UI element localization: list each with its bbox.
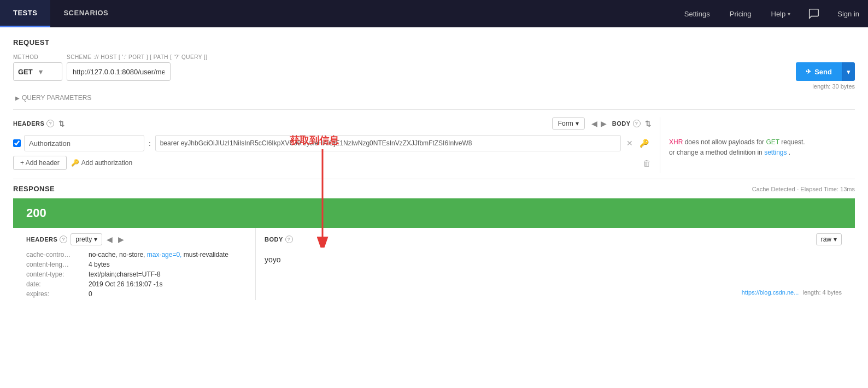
body-info-icon[interactable]: ? (633, 120, 641, 127)
resp-body-label: BODY ? (265, 236, 293, 243)
nav-help[interactable]: Help ▾ (763, 0, 800, 27)
query-params-toggle[interactable]: ▶ QUERY PARAMETERS (13, 94, 855, 102)
nav-pricing[interactable]: Pricing (721, 0, 760, 27)
main-content: REQUEST METHOD GET ▾ SCHEME :// HOST [ '… (0, 27, 868, 388)
resp-header-content-type: content-type: text/plain;charset=UTF-8 (26, 271, 247, 278)
nav-signin[interactable]: Sign in (829, 0, 868, 27)
query-params-arrow-icon: ▶ (15, 95, 20, 101)
raw-select[interactable]: raw ▾ (816, 233, 842, 245)
headers-info-icon[interactable]: ? (46, 120, 54, 127)
pretty-select[interactable]: pretty ▾ (71, 233, 102, 245)
body-sort-icon[interactable]: ⇅ (645, 120, 652, 128)
add-header-button[interactable]: + Add header (13, 156, 67, 170)
lock-icon: 🔑 (71, 159, 79, 167)
response-section: RESPONSE Cache Detected - Elapsed Time: … (13, 179, 855, 300)
resp-headers-info-icon[interactable]: ? (60, 236, 67, 243)
xhr-note: XHR does not allow payloads for GET requ… (669, 137, 855, 158)
resp-body-length: https://blog.csdn.ne... length: 4 bytes (742, 289, 842, 296)
xhr-link: XHR (669, 138, 683, 146)
url-input[interactable] (67, 62, 171, 81)
header-lock-icon[interactable]: 🔑 (637, 138, 651, 149)
chat-icon[interactable] (801, 0, 826, 27)
resp-body-info-icon[interactable]: ? (285, 236, 293, 243)
resp-nav-left-icon[interactable]: ◀ (105, 235, 114, 244)
header-value-input[interactable] (155, 135, 621, 151)
resp-header-date: date: 2019 Oct 26 16:19:07 -1s (26, 280, 247, 288)
response-body-area: HEADERS ? pretty ▾ ◀ ▶ cache-contro… no-… (13, 228, 855, 300)
settings-link[interactable]: settings (764, 149, 787, 156)
header-clear-icon[interactable]: ✕ (624, 138, 635, 149)
headers-nav-right-icon[interactable]: ▶ (600, 119, 608, 128)
resp-header-expires: expires: 0 (26, 290, 247, 298)
request-title: REQUEST (13, 38, 855, 46)
header-item-row: : ✕ 🔑 (13, 135, 651, 151)
form-button[interactable]: Form ▾ (552, 117, 585, 130)
response-title: RESPONSE (13, 185, 55, 193)
nav-right: Settings Pricing Help ▾ Sign in (676, 0, 868, 27)
scheme-label: SCHEME :// HOST [ ':' PORT ] [ PATH [ '?… (67, 54, 791, 60)
send-button[interactable]: ✈ Send (796, 62, 842, 81)
raw-chevron-icon: ▾ (834, 236, 837, 243)
resp-nav-right-icon[interactable]: ▶ (117, 235, 125, 244)
status-code: 200 (26, 206, 46, 220)
headers-sort-icon[interactable]: ⇅ (58, 120, 65, 128)
resp-body-content: yoyo (265, 251, 842, 268)
nav-settings[interactable]: Settings (676, 0, 719, 27)
resp-headers-label: HEADERS ? (26, 236, 67, 243)
method-value: GET (18, 68, 37, 76)
nav-tab-tests[interactable]: TESTS (0, 0, 50, 27)
method-chevron-icon: ▾ (39, 68, 57, 76)
add-authorization-button[interactable]: 🔑 Add authorization (71, 159, 132, 167)
method-select[interactable]: GET ▾ (13, 62, 62, 81)
send-dropdown-button[interactable]: ▾ (842, 62, 855, 81)
resp-header-content-length: content-leng… 4 bytes (26, 261, 247, 268)
resp-header-cache-control: cache-contro… no-cache, no-store, max-ag… (26, 251, 247, 258)
form-chevron-icon: ▾ (576, 120, 579, 127)
resp-bottom-link: https://blog.csdn.ne... (742, 289, 799, 296)
status-bar: 200 (13, 198, 855, 228)
top-nav: TESTS SCENARIOS Settings Pricing Help ▾ (0, 0, 868, 27)
headers-nav-left-icon[interactable]: ◀ (590, 119, 599, 128)
help-chevron-icon: ▾ (788, 11, 790, 17)
pretty-chevron-icon: ▾ (94, 236, 97, 243)
header-key-input[interactable] (24, 135, 144, 151)
nav-tab-scenarios[interactable]: SCENARIOS (50, 0, 121, 27)
delete-headers-icon[interactable]: 🗑 (643, 158, 651, 168)
header-checkbox[interactable] (13, 139, 21, 147)
headers-label: HEADERS ? ⇅ (13, 120, 65, 128)
method-label: METHOD (13, 54, 62, 60)
body-label: BODY ? ⇅ (612, 120, 651, 128)
elapsed-time: Cache Detected - Elapsed Time: 13ms (752, 186, 855, 192)
url-length: length: 30 bytes (13, 83, 855, 90)
